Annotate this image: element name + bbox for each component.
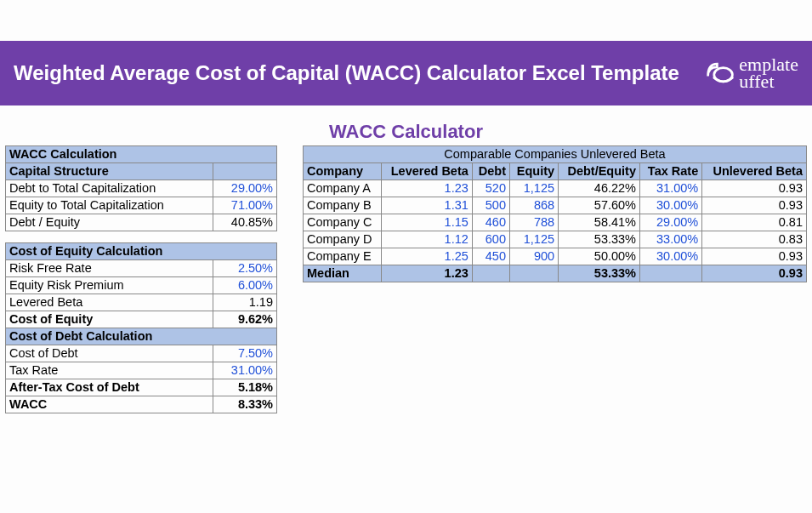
equity-label[interactable]: Levered Beta [6, 294, 213, 311]
company-row: Company D 1.12 600 1,125 53.33% 33.00% 0… [304, 231, 807, 248]
levered-beta[interactable]: 1.25 [381, 248, 472, 265]
comp-col-header[interactable]: Levered Beta [381, 162, 472, 180]
median-label[interactable]: Median [304, 265, 382, 282]
tax-rate[interactable]: 30.00% [640, 197, 702, 214]
capital-value[interactable]: 71.00% [213, 197, 277, 214]
sheet-title: WACC Calculator [0, 121, 812, 143]
company-name[interactable]: Company A [304, 180, 382, 197]
company-row: Company B 1.31 500 868 57.60% 30.00% 0.9… [304, 197, 807, 214]
debt-value[interactable]: 31.00% [213, 362, 277, 379]
brand-logo: emplate uffet [705, 56, 798, 90]
equity-row: Risk Free Rate 2.50% [6, 259, 277, 276]
comparable-table: Comparable Companies Unlevered Beta Comp… [303, 145, 807, 282]
equity-value[interactable]: 9.62% [213, 311, 277, 328]
debt-value[interactable]: 8.33% [213, 396, 277, 413]
debt[interactable]: 460 [472, 214, 509, 231]
levered-beta[interactable]: 1.15 [381, 214, 472, 231]
equity-row: Levered Beta 1.19 [6, 294, 277, 311]
equity-label[interactable]: Risk Free Rate [6, 259, 213, 276]
median-lb[interactable]: 1.23 [381, 265, 472, 282]
equity[interactable]: 1,125 [509, 231, 558, 248]
debt-row: WACC 8.33% [6, 396, 277, 413]
unlevered-beta[interactable]: 0.93 [702, 197, 807, 214]
capital-row: Debt / Equity 40.85% [6, 214, 277, 231]
equity-label[interactable]: Cost of Equity [6, 311, 213, 328]
debt-label[interactable]: WACC [6, 396, 213, 413]
comparable-banner[interactable]: Comparable Companies Unlevered Beta [304, 145, 807, 162]
wacc-calc-header[interactable]: WACC Calculation [6, 145, 277, 162]
capital-row: Equity to Total Capitalization 71.00% [6, 197, 277, 214]
equity-value[interactable]: 1.19 [213, 294, 277, 311]
levered-beta[interactable]: 1.12 [381, 231, 472, 248]
equity[interactable]: 868 [509, 197, 558, 214]
tax-rate[interactable]: 31.00% [640, 180, 702, 197]
median-de[interactable]: 53.33% [559, 265, 640, 282]
company-name[interactable]: Company B [304, 197, 382, 214]
cost-debt-header[interactable]: Cost of Debt Calculation [6, 328, 277, 345]
equity-value[interactable]: 2.50% [213, 259, 277, 276]
equity-row: Equity Risk Premium 6.00% [6, 276, 277, 294]
comp-col-header[interactable]: Debt/Equity [559, 162, 640, 180]
comparable-companies-block: Comparable Companies Unlevered Beta Comp… [303, 145, 807, 413]
debt-equity[interactable]: 46.22% [559, 180, 640, 197]
company-row: Company A 1.23 520 1,125 46.22% 31.00% 0… [304, 180, 807, 197]
tax-rate[interactable]: 33.00% [640, 231, 702, 248]
equity[interactable]: 1,125 [509, 180, 558, 197]
debt-label[interactable]: Tax Rate [6, 362, 213, 379]
company-name[interactable]: Company C [304, 214, 382, 231]
tax-rate[interactable]: 29.00% [640, 214, 702, 231]
capital-value[interactable]: 40.85% [213, 214, 277, 231]
company-name[interactable]: Company E [304, 248, 382, 265]
capital-label[interactable]: Equity to Total Capitalization [6, 197, 213, 214]
company-name[interactable]: Company D [304, 231, 382, 248]
debt[interactable]: 600 [472, 231, 509, 248]
debt-equity[interactable]: 50.00% [559, 248, 640, 265]
wacc-calculation-block: WACC Calculation Capital Structure Debt … [5, 145, 277, 413]
spreadsheet-area: WACC Calculation Capital Structure Debt … [0, 145, 812, 413]
page-title: Weighted Average Cost of Capital (WACC) … [14, 61, 679, 85]
comp-col-header[interactable]: Equity [509, 162, 558, 180]
debt-value[interactable]: 7.50% [213, 345, 277, 362]
equity-value[interactable]: 6.00% [213, 276, 277, 294]
equity[interactable]: 900 [509, 248, 558, 265]
buffet-logo-icon [705, 58, 735, 88]
tax-rate[interactable]: 30.00% [640, 248, 702, 265]
company-row: Company C 1.15 460 788 58.41% 29.00% 0.8… [304, 214, 807, 231]
equity[interactable]: 788 [509, 214, 558, 231]
capital-label[interactable]: Debt to Total Capitalization [6, 180, 213, 197]
debt-value[interactable]: 5.18% [213, 379, 277, 396]
wacc-table: WACC Calculation Capital Structure Debt … [5, 145, 277, 413]
company-row: Company E 1.25 450 900 50.00% 30.00% 0.9… [304, 248, 807, 265]
debt-row: Cost of Debt 7.50% [6, 345, 277, 362]
debt-equity[interactable]: 57.60% [559, 197, 640, 214]
unlevered-beta[interactable]: 0.83 [702, 231, 807, 248]
brand-text-bottom: uffet [739, 71, 774, 92]
equity-label[interactable]: Equity Risk Premium [6, 276, 213, 294]
brand-text: emplate uffet [739, 56, 798, 90]
comp-col-header[interactable]: Debt [472, 162, 509, 180]
levered-beta[interactable]: 1.23 [381, 180, 472, 197]
unlevered-beta[interactable]: 0.93 [702, 248, 807, 265]
debt[interactable]: 520 [472, 180, 509, 197]
capital-row: Debt to Total Capitalization 29.00% [6, 180, 277, 197]
debt[interactable]: 500 [472, 197, 509, 214]
debt-equity[interactable]: 53.33% [559, 231, 640, 248]
levered-beta[interactable]: 1.31 [381, 197, 472, 214]
debt[interactable]: 450 [472, 248, 509, 265]
comp-col-header[interactable]: Tax Rate [640, 162, 702, 180]
comp-col-header[interactable]: Unlevered Beta [702, 162, 807, 180]
capital-label[interactable]: Debt / Equity [6, 214, 213, 231]
debt-label[interactable]: Cost of Debt [6, 345, 213, 362]
debt-label[interactable]: After-Tax Cost of Debt [6, 379, 213, 396]
debt-row: Tax Rate 31.00% [6, 362, 277, 379]
median-ub[interactable]: 0.93 [702, 265, 807, 282]
unlevered-beta[interactable]: 0.93 [702, 180, 807, 197]
debt-equity[interactable]: 58.41% [559, 214, 640, 231]
title-banner: Weighted Average Cost of Capital (WACC) … [0, 41, 812, 105]
unlevered-beta[interactable]: 0.81 [702, 214, 807, 231]
capital-value[interactable]: 29.00% [213, 180, 277, 197]
cost-equity-header[interactable]: Cost of Equity Calculation [6, 242, 277, 259]
comp-col-header[interactable]: Company [304, 162, 382, 180]
capital-structure-header[interactable]: Capital Structure [6, 162, 213, 180]
debt-row: After-Tax Cost of Debt 5.18% [6, 379, 277, 396]
